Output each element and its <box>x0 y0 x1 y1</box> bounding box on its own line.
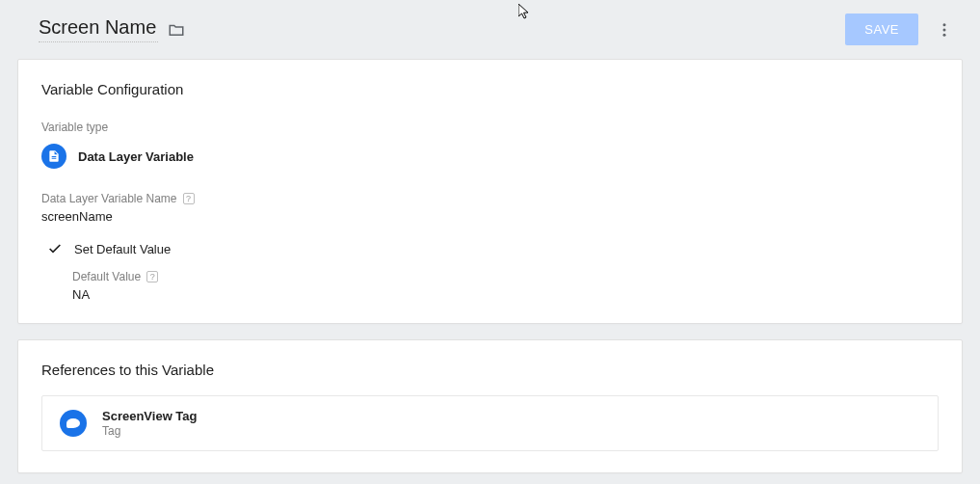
checkmark-icon <box>47 241 63 256</box>
variable-configuration-card: Variable Configuration Variable type Dat… <box>17 59 963 324</box>
save-button[interactable]: SAVE <box>845 13 918 45</box>
dlv-name-label: Data Layer Variable Name <box>41 192 177 205</box>
header-left <box>39 16 185 42</box>
default-value-label: Default Value <box>72 270 141 283</box>
tag-icon <box>60 410 87 437</box>
folder-icon[interactable] <box>168 21 185 39</box>
help-icon[interactable]: ? <box>146 271 158 282</box>
header-right: SAVE <box>845 13 959 45</box>
svg-point-0 <box>943 23 946 26</box>
reference-name: ScreenView Tag <box>102 409 198 423</box>
default-value-section: Set Default Value Default Value ? NA <box>41 241 939 302</box>
dlv-name-value: screenName <box>41 209 939 224</box>
default-value-text: NA <box>72 287 939 302</box>
references-card: References to this Variable ScreenView T… <box>17 339 963 473</box>
set-default-checkbox-row[interactable]: Set Default Value <box>47 241 939 256</box>
more-vertical-icon <box>936 21 953 39</box>
references-card-title: References to this Variable <box>41 362 939 378</box>
variable-name-input[interactable] <box>39 16 158 42</box>
config-card-title: Variable Configuration <box>41 81 939 97</box>
variable-type-row[interactable]: Data Layer Variable <box>41 144 939 169</box>
reference-type: Tag <box>102 424 198 438</box>
variable-type-label: Variable type <box>41 121 939 134</box>
svg-point-1 <box>943 28 946 31</box>
set-default-label: Set Default Value <box>74 242 171 256</box>
more-menu-button[interactable] <box>930 15 959 44</box>
reference-row[interactable]: ScreenView Tag Tag <box>41 395 939 451</box>
data-layer-icon <box>41 144 66 169</box>
page-header: SAVE <box>0 0 980 59</box>
svg-point-2 <box>943 33 946 36</box>
help-icon[interactable]: ? <box>183 193 195 204</box>
variable-type-value: Data Layer Variable <box>78 149 194 164</box>
default-value-block: Default Value ? NA <box>47 270 939 302</box>
